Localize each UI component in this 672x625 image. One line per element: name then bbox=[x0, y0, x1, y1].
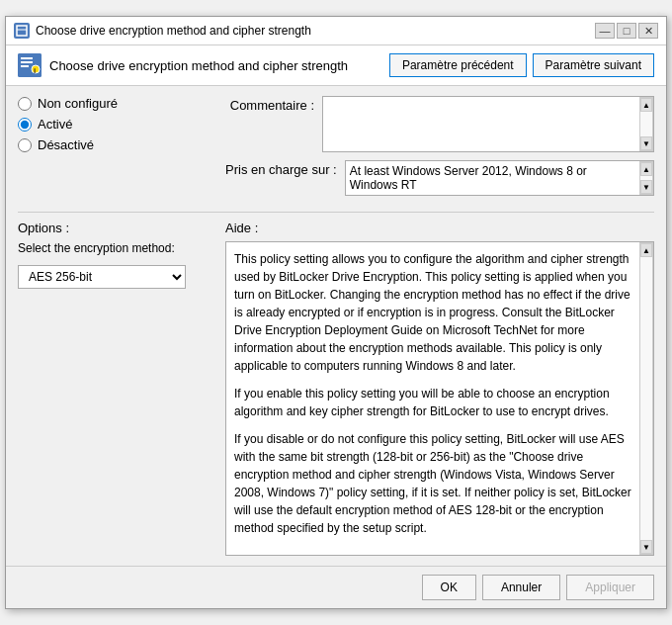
svg-rect-4 bbox=[21, 61, 33, 63]
comment-input[interactable] bbox=[323, 97, 639, 151]
options-label: Options : bbox=[18, 221, 215, 235]
svg-text:i: i bbox=[34, 66, 36, 75]
radio-deactivated-input[interactable] bbox=[18, 138, 32, 152]
header-icon: i bbox=[18, 53, 42, 77]
radio-deactivated[interactable]: Désactivé bbox=[18, 137, 215, 152]
help-scrollbar-track bbox=[640, 257, 652, 540]
scrollbar-down[interactable]: ▼ bbox=[640, 136, 652, 150]
options-help-section: Options : Select the encryption method: … bbox=[18, 221, 654, 556]
help-para-3: If you disable or do not configure this … bbox=[234, 430, 631, 537]
supported-label: Pris en charge sur : bbox=[225, 160, 337, 177]
window-title: Choose drive encryption method and ciphe… bbox=[36, 24, 589, 38]
radio-not-configured[interactable]: Non configuré bbox=[18, 96, 215, 111]
radio-deactivated-label: Désactivé bbox=[38, 137, 94, 152]
header-bar: i Choose drive encryption method and cip… bbox=[6, 45, 666, 86]
supported-row: Pris en charge sur : At least Windows Se… bbox=[225, 160, 654, 196]
header-buttons: Paramètre précédent Paramètre suivant bbox=[389, 53, 654, 77]
help-scrollbar: ▲ ▼ bbox=[639, 242, 653, 555]
svg-rect-3 bbox=[21, 57, 33, 59]
help-panel: Aide : This policy setting allows you to… bbox=[225, 221, 654, 556]
select-label: Select the encryption method: bbox=[18, 241, 215, 255]
radio-panel: Non configuré Activé Désactivé bbox=[18, 96, 215, 204]
help-para-1: This policy setting allows you to config… bbox=[234, 250, 631, 375]
help-scrollbar-up[interactable]: ▲ bbox=[640, 243, 652, 257]
supported-text: At least Windows Server 2012, Windows 8 … bbox=[346, 161, 639, 195]
ok-button[interactable]: OK bbox=[422, 575, 476, 600]
encryption-dropdown[interactable]: AES 128-bit AES 256-bit XTS-AES 128-bit … bbox=[18, 265, 186, 289]
scrollbar-track bbox=[640, 112, 652, 136]
window-controls: — □ ✕ bbox=[595, 23, 658, 39]
comment-input-container: ▲ ▼ bbox=[322, 96, 654, 152]
svg-rect-5 bbox=[21, 65, 29, 67]
divider bbox=[18, 212, 654, 213]
options-panel: Options : Select the encryption method: … bbox=[18, 221, 215, 556]
help-scrollbar-down[interactable]: ▼ bbox=[640, 540, 652, 554]
minimize-button[interactable]: — bbox=[595, 23, 615, 39]
help-label: Aide : bbox=[225, 221, 654, 235]
help-para-2: If you enable this policy setting you wi… bbox=[234, 385, 631, 420]
svg-rect-0 bbox=[17, 26, 27, 36]
comment-scrollbar: ▲ ▼ bbox=[639, 97, 653, 151]
comment-row: Commentaire : ▲ ▼ bbox=[225, 96, 654, 152]
radio-activated-label: Activé bbox=[38, 117, 72, 132]
content-area: Non configuré Activé Désactivé Comme bbox=[6, 86, 666, 566]
radio-activated-input[interactable] bbox=[18, 118, 32, 132]
radio-not-configured-input[interactable] bbox=[18, 97, 32, 111]
prev-button[interactable]: Paramètre précédent bbox=[389, 53, 527, 77]
radio-activated[interactable]: Activé bbox=[18, 117, 215, 132]
help-box: This policy setting allows you to config… bbox=[225, 241, 654, 556]
title-bar: Choose drive encryption method and ciphe… bbox=[6, 17, 666, 45]
cancel-button[interactable]: Annuler bbox=[482, 575, 560, 600]
maximize-button[interactable]: □ bbox=[617, 23, 636, 39]
close-button[interactable]: ✕ bbox=[638, 23, 658, 39]
top-section: Non configuré Activé Désactivé Comme bbox=[18, 96, 654, 204]
supported-box: At least Windows Server 2012, Windows 8 … bbox=[345, 160, 654, 196]
supported-scrollbar: ▲ ▼ bbox=[639, 161, 653, 195]
header-left: i Choose drive encryption method and cip… bbox=[18, 53, 348, 77]
radio-not-configured-label: Non configuré bbox=[38, 96, 118, 111]
comment-label: Commentaire : bbox=[225, 96, 314, 113]
radio-group: Non configuré Activé Désactivé bbox=[18, 96, 215, 152]
next-button[interactable]: Paramètre suivant bbox=[533, 53, 654, 77]
header-title: Choose drive encryption method and ciphe… bbox=[49, 58, 348, 73]
apply-button[interactable]: Appliquer bbox=[566, 575, 654, 600]
window-icon bbox=[14, 23, 30, 39]
scrollbar-up[interactable]: ▲ bbox=[640, 98, 652, 112]
supported-scrollbar-down[interactable]: ▼ bbox=[640, 180, 652, 194]
footer: OK Annuler Appliquer bbox=[6, 566, 666, 608]
supported-scrollbar-up[interactable]: ▲ bbox=[640, 162, 652, 176]
help-text: This policy setting allows you to config… bbox=[226, 242, 639, 555]
main-window: Choose drive encryption method and ciphe… bbox=[5, 16, 667, 609]
fields-panel: Commentaire : ▲ ▼ Pris en charge sur : bbox=[225, 96, 654, 204]
options-content: Select the encryption method: AES 128-bi… bbox=[18, 241, 215, 289]
